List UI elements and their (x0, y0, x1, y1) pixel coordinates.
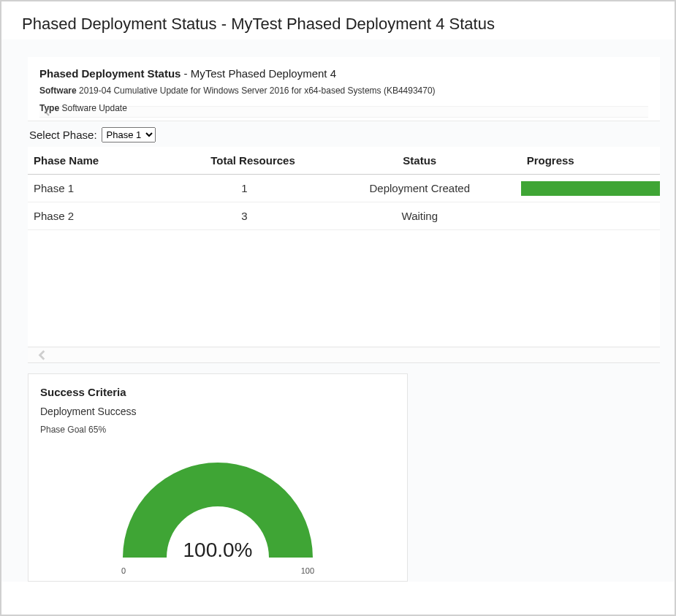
cell-phase-name: Phase 2 (28, 202, 205, 230)
criteria-title: Success Criteria (40, 386, 395, 398)
panel-header: Phased Deployment Status - MyTest Phased… (28, 57, 660, 121)
gauge-max-label: 100 (301, 566, 314, 575)
table-row[interactable]: Phase 1 1 Deployment Created (28, 175, 660, 202)
software-value: 2019-04 Cumulative Update for Windows Se… (79, 85, 436, 96)
gauge-min-label: 0 (121, 566, 126, 575)
chevron-left-icon (37, 349, 48, 361)
criteria-goal: Phase Goal 65% (40, 425, 395, 435)
chevron-left-icon (42, 107, 53, 117)
type-value: Software Update (61, 103, 126, 113)
col-header-resources[interactable]: Total Resources (205, 147, 319, 175)
col-header-name[interactable]: Phase Name (28, 147, 205, 175)
cell-total-resources: 1 (205, 175, 319, 202)
panel-title-prefix: Phased Deployment Status (39, 67, 181, 80)
col-header-status[interactable]: Status (319, 147, 521, 175)
panel-title-sep: - (181, 67, 190, 80)
page-title: Phased Deployment Status - MyTest Phased… (1, 1, 675, 39)
app-frame: Phased Deployment Status - MyTest Phased… (0, 0, 676, 616)
software-label: Software (39, 85, 77, 96)
cell-progress (521, 175, 660, 202)
table-empty-area (28, 230, 660, 347)
phase-select[interactable]: Phase 1 (102, 127, 156, 142)
cell-total-resources: 3 (205, 202, 319, 230)
table-row[interactable]: Phase 2 3 Waiting (28, 202, 660, 230)
gauge-axis-labels: 0 100 (108, 565, 327, 575)
gauge-chart: 100.0% 0 100 (40, 448, 395, 575)
phase-select-row: Select Phase: Phase 1 (28, 121, 660, 147)
cell-progress (521, 202, 660, 230)
progress-bar (521, 181, 660, 196)
panel-header-title: Phased Deployment Status - MyTest Phased… (39, 67, 648, 80)
phase-table: Phase Name Total Resources Status Progre… (28, 147, 660, 230)
cell-status: Waiting (319, 202, 521, 230)
software-line: Software 2019-04 Cumulative Update for W… (39, 85, 648, 96)
panel-title-name: MyTest Phased Deployment 4 (191, 67, 336, 80)
collapse-bar-2[interactable] (28, 347, 660, 363)
gauge-value: 100.0% (183, 539, 253, 562)
col-header-progress[interactable]: Progress (521, 147, 660, 175)
phase-select-label: Select Phase: (29, 129, 97, 141)
cell-phase-name: Phase 1 (28, 175, 205, 202)
content-area: Phased Deployment Status - MyTest Phased… (1, 39, 675, 582)
cell-status: Deployment Created (319, 175, 521, 202)
table-header-row: Phase Name Total Resources Status Progre… (28, 147, 660, 175)
collapse-bar-1[interactable] (39, 106, 648, 118)
success-criteria-card: Success Criteria Deployment Success Phas… (28, 373, 408, 582)
gauge-arc: 100.0% (108, 448, 327, 565)
criteria-subtitle: Deployment Success (40, 406, 395, 417)
